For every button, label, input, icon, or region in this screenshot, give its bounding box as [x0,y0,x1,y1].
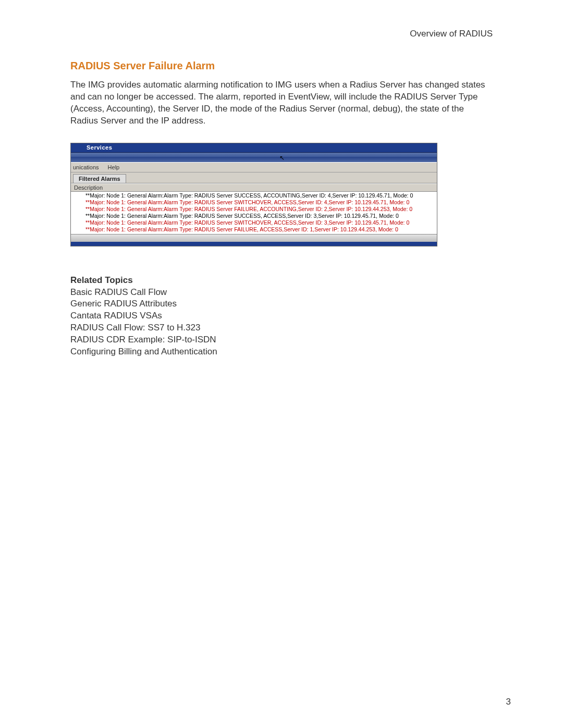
window-gradient-bar: ↖ [71,153,437,162]
document-page: Overview of RADIUS RADIUS Server Failure… [0,0,563,728]
alarm-row: **Major: Node 1: General Alarm:Alarm Typ… [85,192,437,199]
related-topics-list: Basic RADIUS Call Flow Generic RADIUS At… [70,287,493,359]
alarm-row: **Major: Node 1: General Alarm:Alarm Typ… [85,206,437,213]
related-topic-link[interactable]: RADIUS Call Flow: SS7 to H.323 [70,322,493,334]
related-topic-link[interactable]: Cantata RADIUS VSAs [70,310,493,322]
alarm-list: **Major: Node 1: General Alarm:Alarm Typ… [71,192,437,234]
column-header-description: Description [71,183,437,192]
alarm-row: **Major: Node 1: General Alarm:Alarm Typ… [85,219,437,226]
page-number: 3 [506,697,511,707]
menu-bar[interactable]: unications Help [71,162,437,172]
menu-item-help[interactable]: Help [108,164,120,170]
related-topic-link[interactable]: Basic RADIUS Call Flow [70,287,493,299]
related-topic-link[interactable]: RADIUS CDR Example: SIP-to-ISDN [70,334,493,346]
related-topic-link[interactable]: Configuring Billing and Authentication [70,346,493,358]
related-topics-heading: Related Topics [70,275,493,286]
eventview-screenshot: Services ↖ unications Help Filtered Alar… [70,143,437,246]
alarm-row: **Major: Node 1: General Alarm:Alarm Typ… [85,213,437,219]
window-footer-bar [71,242,437,246]
cursor-icon: ↖ [279,154,285,162]
related-topic-link[interactable]: Generic RADIUS Attributes [70,298,493,310]
menu-item-communications[interactable]: unications [73,164,99,170]
page-header: Overview of RADIUS [70,29,493,39]
alarm-row: **Major: Node 1: General Alarm:Alarm Typ… [85,199,437,206]
scrollbar-area[interactable] [71,234,437,242]
tab-row: Filtered Alarms [71,172,437,183]
tab-filtered-alarms[interactable]: Filtered Alarms [73,174,126,183]
section-title: RADIUS Server Failure Alarm [70,60,493,72]
window-titlebar: Services [71,143,437,153]
alarm-row: **Major: Node 1: General Alarm:Alarm Typ… [85,226,437,233]
section-body: The IMG provides automatic alarming noti… [70,79,493,127]
